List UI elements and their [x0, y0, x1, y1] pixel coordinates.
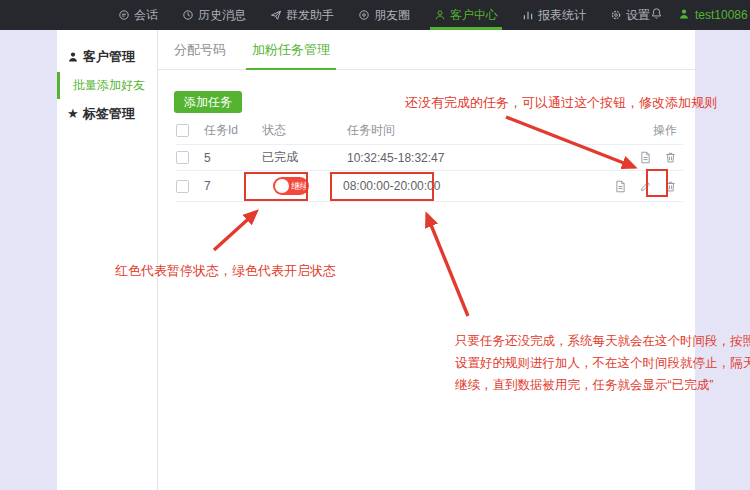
- nav-item-customer-center[interactable]: 客户中心: [434, 0, 498, 30]
- tab-fan-task-management[interactable]: 加粉任务管理: [252, 30, 330, 69]
- task-time: 10:32:45-18:32:47: [339, 151, 587, 165]
- nav-menu: 会话 历史消息 群发助手 朋友圈 客户中心 报表统计: [118, 0, 650, 30]
- sidebar-item-tag-management[interactable]: ★ 标签管理: [57, 99, 157, 129]
- task-id: 7: [204, 179, 254, 193]
- nav-item-label: 会话: [134, 7, 158, 24]
- toggle-label: 继续: [291, 180, 309, 193]
- sidebar-item-label: 客户管理: [83, 48, 135, 66]
- moments-icon: [358, 9, 370, 21]
- status-toggle[interactable]: 继续: [273, 177, 309, 195]
- nav-item-broadcast[interactable]: 群发助手: [270, 0, 334, 30]
- row-checkbox[interactable]: [176, 151, 189, 164]
- col-actions: 操作: [587, 122, 683, 139]
- table-header-row: 任务Id 状态 任务时间 操作: [176, 117, 683, 145]
- toggle-knob: [275, 179, 289, 193]
- task-id: 5: [204, 151, 254, 165]
- select-all-checkbox[interactable]: [176, 124, 189, 137]
- task-table: 任务Id 状态 任务时间 操作 5 已完成 10:32:45-18:32:47 …: [176, 117, 683, 202]
- user-avatar-icon: [678, 8, 690, 23]
- gear-icon: [610, 9, 622, 21]
- top-navbar: 会话 历史消息 群发助手 朋友圈 客户中心 报表统计: [0, 0, 750, 30]
- col-status: 状态: [254, 122, 339, 139]
- user-menu[interactable]: test10086: [678, 8, 750, 23]
- sidebar-item-batch-add-friends[interactable]: 批量添加好友: [57, 72, 157, 99]
- tab-assign-numbers[interactable]: 分配号码: [174, 30, 226, 69]
- person-icon: [434, 9, 446, 21]
- col-task-time: 任务时间: [339, 122, 587, 139]
- nav-item-conversation[interactable]: 会话: [118, 0, 158, 30]
- document-icon[interactable]: [639, 151, 652, 164]
- table-row: 5 已完成 10:32:45-18:32:47: [176, 145, 683, 171]
- tab-label: 分配号码: [174, 41, 226, 59]
- sidebar-item-label: 标签管理: [83, 105, 135, 123]
- delete-icon[interactable]: [664, 180, 677, 193]
- document-icon[interactable]: [614, 180, 627, 193]
- col-task-id: 任务Id: [204, 122, 254, 139]
- navbar-right: test10086: [650, 0, 750, 30]
- bell-icon[interactable]: [650, 6, 663, 24]
- tab-label: 加粉任务管理: [252, 41, 330, 59]
- task-time: 08:00:00-20:00:00: [339, 179, 587, 193]
- sidebar-item-customer-management[interactable]: 客户管理: [57, 42, 157, 72]
- nav-item-label: 设置: [626, 7, 650, 24]
- star-icon: ★: [67, 108, 79, 120]
- send-icon: [270, 9, 282, 21]
- sidebar-item-label: 批量添加好友: [73, 78, 145, 92]
- nav-item-reports[interactable]: 报表统计: [522, 0, 586, 30]
- nav-item-label: 朋友圈: [374, 7, 410, 24]
- username: test10086: [695, 8, 748, 22]
- nav-item-history[interactable]: 历史消息: [182, 0, 246, 30]
- add-task-button[interactable]: 添加任务: [174, 91, 242, 113]
- nav-item-moments[interactable]: 朋友圈: [358, 0, 410, 30]
- row-checkbox[interactable]: [176, 180, 189, 193]
- main-panel: 分配号码 加粉任务管理 添加任务 任务Id 状态 任务时间 操作 5 已完成 1…: [158, 30, 695, 490]
- tab-bar: 分配号码 加粉任务管理: [158, 30, 695, 70]
- chat-icon: [118, 9, 130, 21]
- nav-item-label: 客户中心: [450, 7, 498, 24]
- person-icon: [67, 51, 79, 63]
- nav-item-label: 历史消息: [198, 7, 246, 24]
- clock-icon: [182, 9, 194, 21]
- table-row: 7 继续 08:00:00-20:00:00: [176, 171, 683, 202]
- nav-item-label: 报表统计: [538, 7, 586, 24]
- delete-icon[interactable]: [664, 151, 677, 164]
- nav-item-label: 群发助手: [286, 7, 334, 24]
- nav-item-settings[interactable]: 设置: [610, 0, 650, 30]
- chart-icon: [522, 9, 534, 21]
- edit-icon[interactable]: [639, 180, 652, 193]
- status-text: 已完成: [254, 149, 339, 166]
- sidebar: 客户管理 批量添加好友 ★ 标签管理: [57, 30, 158, 490]
